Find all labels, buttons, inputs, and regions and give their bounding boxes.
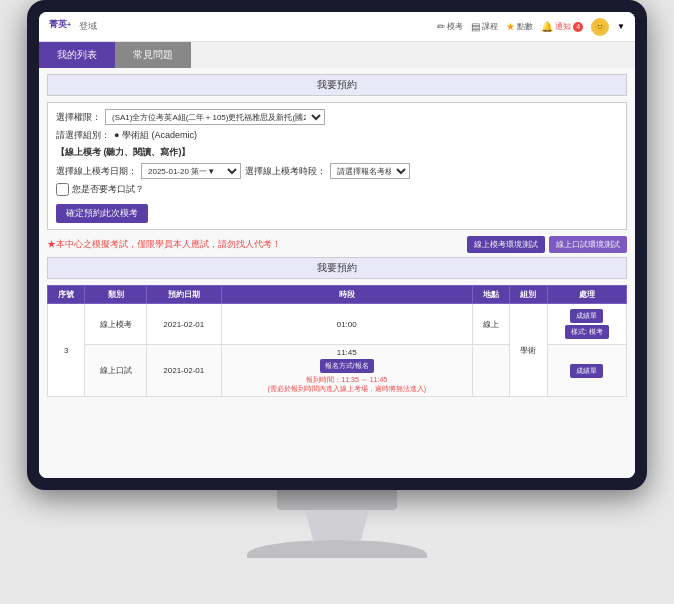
avatar[interactable]: 😊 — [591, 18, 609, 36]
oral-test-button[interactable]: 線上口試環境測試 — [549, 236, 627, 253]
monitor-wrapper: 菁英+ 登域 ✏ 模考 ▤ 課程 ★ 點數 — [0, 0, 674, 604]
col-type: 類別 — [85, 286, 146, 304]
booking-form: 選擇權限： (SA1)全方位考英A組(二年＋105)更托福雅思及新托(國2分) … — [47, 102, 627, 230]
row-date-1: 2021-02-01 — [146, 304, 221, 345]
group-label: 請選擇組別： — [56, 129, 110, 142]
dropdown-icon: ▼ — [617, 22, 625, 31]
col-number: 序號 — [48, 286, 85, 304]
book-icon: ▤ — [471, 21, 480, 32]
nav-actions: ✏ 模考 ▤ 課程 ★ 點數 🔔 通知 4 — [437, 18, 625, 36]
col-group: 組別 — [510, 286, 547, 304]
form-row-type-label: 【線上模考 (聽力、閱讀、寫作)】 — [56, 146, 618, 159]
warning-row: ★本中心之模擬考試，僅限學員本人應試，請勿找人代考！ 線上模考環境測試 線上口試… — [47, 236, 627, 253]
permission-select[interactable]: (SA1)全方位考英A組(二年＋105)更托福雅思及新托(國2分) — [105, 109, 325, 125]
row-location-1: 線上 — [472, 304, 509, 345]
table-row: 3 線上模考 2021-02-01 01:00 線上 學術 成績單 樣式: 模考 — [48, 304, 627, 345]
nav-action-points[interactable]: ★ 點數 — [506, 21, 533, 32]
row-time-2: 11:45 報名方式/報名 報到時間：11:35 ～ 11:45 (需必於報到時… — [221, 345, 472, 397]
oral-label: 您是否要考口試？ — [72, 183, 144, 196]
group-radio: ● 學術組 (Academic) — [114, 129, 197, 142]
register-btn[interactable]: 報名方式/報名 — [320, 359, 374, 373]
pencil-icon: ✏ — [437, 21, 445, 32]
tab-bar: 我的列表 常見問題 — [39, 42, 635, 68]
exam-time-select[interactable]: 請選擇報名考核▼ — [330, 163, 410, 179]
warning-text: ★本中心之模擬考試，僅限學員本人應試，請勿找人代考！ — [47, 238, 281, 251]
row-type-1: 線上模考 — [85, 304, 146, 345]
star-icon: ★ — [506, 21, 515, 32]
col-action: 處理 — [547, 286, 626, 304]
tab-faq[interactable]: 常見問題 — [115, 42, 191, 68]
content-area: 我要預約 選擇權限： (SA1)全方位考英A組(二年＋105)更托福雅思及新托(… — [39, 68, 635, 478]
col-location: 地點 — [472, 286, 509, 304]
col-time: 時段 — [221, 286, 472, 304]
time-label: 選擇線上模考時段： — [245, 165, 326, 178]
bell-icon: 🔔 — [541, 21, 553, 32]
monitor-screen: 菁英+ 登域 ✏ 模考 ▤ 課程 ★ 點數 — [39, 12, 635, 478]
confirm-button[interactable]: 確定預約此次模考 — [56, 204, 148, 223]
row-type-2: 線上口試 — [85, 345, 146, 397]
col-date: 預約日期 — [146, 286, 221, 304]
nav-action-course[interactable]: ▤ 課程 — [471, 21, 498, 32]
date-label: 選擇線上模考日期： — [56, 165, 137, 178]
env-test-button[interactable]: 線上模考環境測試 — [467, 236, 545, 253]
monitor-body: 菁英+ 登域 ✏ 模考 ▤ 課程 ★ 點數 — [27, 0, 647, 490]
style-btn[interactable]: 樣式: 模考 — [565, 325, 609, 339]
row-group: 學術 — [510, 304, 547, 397]
nav-link[interactable]: 登域 — [79, 20, 97, 33]
section1-title: 我要預約 — [47, 74, 627, 96]
academic-radio[interactable]: ● 學術組 (Academic) — [114, 129, 197, 142]
row-location-2 — [472, 345, 509, 397]
action-buttons: 線上模考環境測試 線上口試環境測試 — [467, 236, 627, 253]
form-row-permission: 選擇權限： (SA1)全方位考英A組(二年＋105)更托福雅思及新托(國2分) — [56, 109, 618, 125]
oral-checkbox[interactable] — [56, 183, 69, 196]
nav-action-notification[interactable]: 🔔 通知 4 — [541, 21, 583, 32]
form-row-group: 請選擇組別： ● 學術組 (Academic) — [56, 129, 618, 142]
notification-badge: 4 — [573, 22, 583, 32]
transcript-btn-2[interactable]: 成績單 — [570, 364, 603, 378]
section2-title: 我要預約 — [47, 257, 627, 279]
row-action-2: 成績單 — [547, 345, 626, 397]
nav-bar: 菁英+ 登域 ✏ 模考 ▤ 課程 ★ 點數 — [39, 12, 635, 42]
row-action-1: 成績單 樣式: 模考 — [547, 304, 626, 345]
tab-my-list[interactable]: 我的列表 — [39, 42, 115, 68]
monitor-stand-neck — [297, 510, 377, 540]
monitor-stand-top — [277, 490, 397, 510]
nav-action-exam[interactable]: ✏ 模考 — [437, 21, 463, 32]
logo: 菁英+ — [49, 18, 71, 35]
transcript-btn-1[interactable]: 成績單 — [570, 309, 603, 323]
exam-date-select[interactable]: 2025-01-20 第一▼ — [141, 163, 241, 179]
row-number: 3 — [48, 304, 85, 397]
exam-type-label: 【線上模考 (聽力、閱讀、寫作)】 — [56, 146, 191, 159]
form-row-date: 選擇線上模考日期： 2025-01-20 第一▼ 選擇線上模考時段： 請選擇報名… — [56, 163, 618, 179]
row-time-1: 01:00 — [221, 304, 472, 345]
warning-time: 報到時間：11:35 ～ 11:45 (需必於報到時間內進入線上考場，逾時將無法… — [226, 375, 468, 393]
results-table: 序號 類別 預約日期 時段 地點 組別 處理 3 線上模考 — [47, 285, 627, 397]
monitor-stand-base — [247, 540, 427, 558]
row-date-2: 2021-02-01 — [146, 345, 221, 397]
oral-exam-row: 您是否要考口試？ — [56, 183, 618, 196]
permission-label: 選擇權限： — [56, 111, 101, 124]
